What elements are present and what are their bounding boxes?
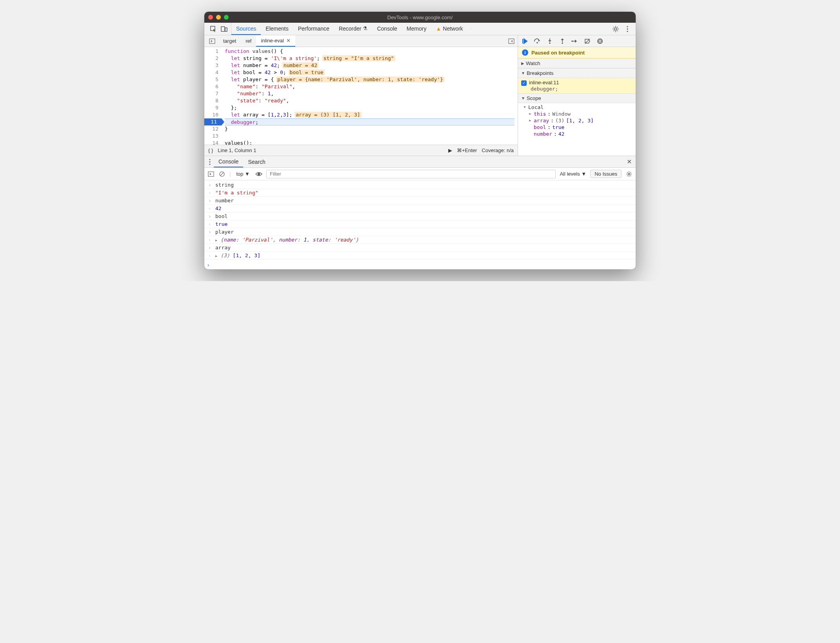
code-line[interactable]: function values() { bbox=[225, 48, 515, 55]
svg-line-22 bbox=[220, 173, 224, 176]
expand-icon[interactable]: ▶ bbox=[215, 238, 217, 242]
step-out-icon[interactable] bbox=[559, 38, 566, 45]
panel-tab-elements[interactable]: Elements bbox=[261, 23, 293, 35]
source-tab-inline-eval[interactable]: inline-eval✕ bbox=[256, 35, 295, 47]
panel-tab-performance[interactable]: Performance bbox=[293, 23, 334, 35]
more-options-icon[interactable] bbox=[624, 25, 631, 33]
issues-button[interactable]: No Issues bbox=[590, 170, 622, 178]
scope-body: ▼Local ▶this: Window▶array: (3) [1, 2, 3… bbox=[518, 103, 636, 139]
console-sidebar-toggle-icon[interactable] bbox=[207, 171, 215, 178]
code-line[interactable] bbox=[225, 133, 515, 140]
console-output-row: ‹▶ {name: 'Parzival', number: 1, state: … bbox=[204, 236, 636, 244]
breakpoint-item[interactable]: ✓inline-eval:11 debugger; bbox=[518, 78, 636, 93]
log-levels-selector[interactable]: All levels ▼ bbox=[560, 171, 586, 177]
code-line[interactable]: let number = 42;number = 42 bbox=[225, 62, 515, 69]
inline-eval-badge: number = 42 bbox=[282, 62, 318, 68]
pause-on-exceptions-icon[interactable] bbox=[596, 38, 604, 45]
source-tab-target[interactable]: target bbox=[218, 35, 241, 47]
code-line[interactable]: let string = 'I\'m a string';string = "I… bbox=[225, 55, 515, 62]
execution-context-selector[interactable]: top ▼ bbox=[235, 170, 251, 178]
scope-variable[interactable]: bool: true bbox=[526, 124, 636, 131]
beaker-icon: ⚗ bbox=[363, 25, 367, 31]
scope-kind[interactable]: ▼Local bbox=[520, 104, 636, 111]
inspect-element-icon[interactable] bbox=[210, 25, 217, 33]
panel-tab-memory[interactable]: Memory bbox=[402, 23, 431, 35]
svg-rect-2 bbox=[225, 28, 227, 31]
code-line[interactable]: debugger; bbox=[225, 118, 515, 125]
step-icon[interactable] bbox=[571, 38, 578, 45]
devtools-window: DevTools - www.google.com/ SourcesElemen… bbox=[204, 12, 636, 269]
drawer-more-icon[interactable] bbox=[206, 156, 214, 167]
warning-icon: ▲ bbox=[436, 25, 441, 32]
step-over-icon[interactable] bbox=[534, 38, 541, 45]
svg-point-12 bbox=[571, 40, 573, 42]
paused-banner: i Paused on breakpoint bbox=[518, 47, 636, 58]
code-line[interactable]: let player = {player = {name: 'Parzival'… bbox=[225, 76, 515, 83]
code-editor[interactable]: 1234567891011121314 function values() { … bbox=[204, 47, 518, 145]
console-output: ›string‹"I'm a string"›number‹42›bool‹tr… bbox=[204, 180, 636, 260]
drawer-tab-search[interactable]: Search bbox=[243, 156, 270, 167]
close-tab-icon[interactable]: ✕ bbox=[286, 38, 291, 44]
code-line[interactable]: "state": "ready", bbox=[225, 97, 515, 104]
drawer-tab-console[interactable]: Console bbox=[214, 156, 243, 167]
svg-point-6 bbox=[627, 31, 628, 32]
console-filter-input[interactable] bbox=[266, 170, 556, 178]
scope-variable[interactable]: number: 42 bbox=[526, 131, 636, 137]
titlebar: DevTools - www.google.com/ bbox=[204, 12, 636, 23]
pretty-print-icon[interactable]: { } bbox=[208, 147, 213, 153]
code-line[interactable]: values(); bbox=[225, 140, 515, 145]
svg-point-4 bbox=[627, 26, 628, 27]
breakpoint-checkbox[interactable]: ✓ bbox=[521, 80, 527, 86]
run-snippet-icon[interactable]: ▶ bbox=[448, 147, 452, 153]
clear-console-icon[interactable] bbox=[218, 171, 225, 178]
svg-point-24 bbox=[628, 173, 630, 175]
panel-tab-console[interactable]: Console bbox=[372, 23, 402, 35]
console-output-row: ‹▶ (3) [1, 2, 3] bbox=[204, 252, 636, 260]
scope-variable[interactable]: ▶array: (3) [1, 2, 3] bbox=[526, 117, 636, 124]
coverage-status: Coverage: n/a bbox=[482, 147, 514, 153]
panel-tab-sources[interactable]: Sources bbox=[231, 23, 261, 35]
scope-section-header[interactable]: ▼Scope bbox=[518, 93, 636, 103]
device-toolbar-icon[interactable] bbox=[221, 25, 228, 33]
svg-point-17 bbox=[209, 159, 211, 160]
cursor-position: Line 1, Column 1 bbox=[218, 147, 256, 153]
svg-point-11 bbox=[562, 42, 563, 44]
code-line[interactable]: "name": "Parzival", bbox=[225, 83, 515, 90]
paused-message: Paused on breakpoint bbox=[531, 50, 585, 56]
code-line[interactable]: let array = [1,2,3];array = (3) [1, 2, 3… bbox=[225, 111, 515, 118]
navigator-toggle-icon[interactable] bbox=[206, 35, 218, 47]
svg-point-14 bbox=[597, 38, 603, 44]
more-tabs-icon[interactable] bbox=[468, 25, 475, 33]
deactivate-breakpoints-icon[interactable] bbox=[584, 38, 591, 45]
expand-icon[interactable]: ▶ bbox=[215, 254, 217, 258]
svg-point-3 bbox=[615, 28, 617, 30]
drawer-close-icon[interactable]: ✕ bbox=[623, 156, 636, 167]
console-output-row: ‹"I'm a string" bbox=[204, 189, 636, 197]
console-prompt[interactable]: › bbox=[204, 260, 636, 269]
svg-point-10 bbox=[549, 42, 551, 44]
drawer-tabstrip: ConsoleSearch ✕ bbox=[204, 156, 636, 168]
source-tab-ref[interactable]: ref bbox=[241, 35, 256, 47]
svg-point-9 bbox=[536, 42, 538, 44]
resume-icon[interactable] bbox=[521, 38, 528, 45]
console-output-row: ‹true bbox=[204, 220, 636, 228]
inline-eval-badge: string = "I'm a string" bbox=[322, 55, 395, 61]
debugger-toggle-icon[interactable] bbox=[505, 35, 518, 47]
panel-tab-network[interactable]: ▲ Network bbox=[431, 23, 467, 35]
code-line[interactable]: let bool = 42 > 0;bool = true bbox=[225, 69, 515, 76]
console-drawer: ConsoleSearch ✕ | top ▼ All levels ▼ No … bbox=[204, 156, 636, 269]
live-expression-icon[interactable] bbox=[255, 171, 262, 178]
settings-icon[interactable] bbox=[612, 25, 619, 33]
code-line[interactable]: }; bbox=[225, 104, 515, 111]
svg-point-23 bbox=[258, 173, 260, 175]
breakpoints-section-header[interactable]: ▼Breakpoints bbox=[518, 68, 636, 78]
debugger-sidebar: i Paused on breakpoint ▶Watch ▼Breakpoin… bbox=[518, 35, 636, 156]
step-into-icon[interactable] bbox=[546, 38, 553, 45]
main-toolbar: SourcesElementsPerformanceRecorder ⚗Cons… bbox=[204, 23, 636, 35]
panel-tab-recorder[interactable]: Recorder ⚗ bbox=[334, 23, 373, 35]
scope-variable[interactable]: ▶this: Window bbox=[526, 111, 636, 117]
code-line[interactable]: "number": 1, bbox=[225, 90, 515, 97]
code-line[interactable]: } bbox=[225, 125, 515, 133]
console-settings-icon[interactable] bbox=[625, 171, 633, 178]
watch-section-header[interactable]: ▶Watch bbox=[518, 58, 636, 68]
